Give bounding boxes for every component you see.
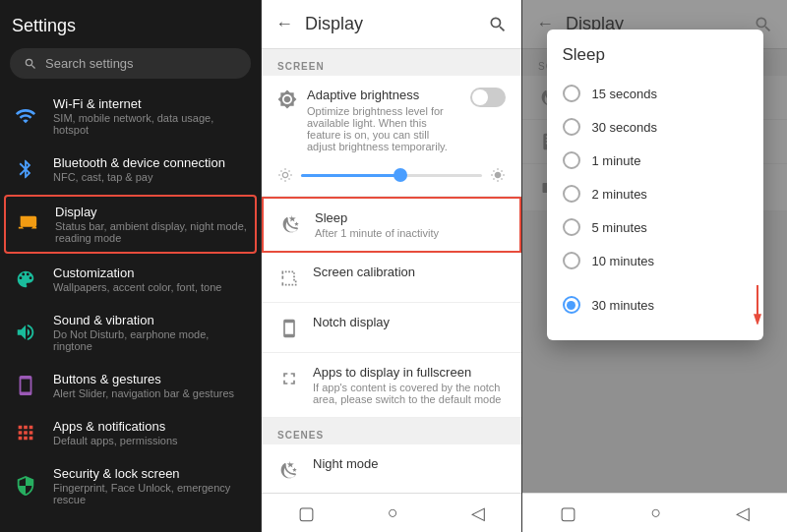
toggle-knob — [472, 89, 488, 105]
back-icon[interactable]: ← — [275, 14, 293, 34]
panel2-nav-bar: ▢ ○ ◁ — [262, 493, 521, 532]
wifi-icon — [12, 102, 39, 130]
security-icon — [12, 472, 39, 500]
brightness-slider-row — [277, 166, 506, 184]
sleep-option-30s[interactable]: 30 seconds — [547, 110, 763, 144]
apps-text: Apps & notifications Default apps, permi… — [53, 419, 249, 446]
sleep-label-15s: 15 seconds — [592, 87, 658, 101]
night-mode-text: Night mode — [313, 456, 506, 471]
customization-icon — [12, 266, 39, 293]
brightness-icon — [277, 89, 297, 109]
radio-30s — [563, 118, 580, 136]
sleep-item[interactable]: Sleep After 1 minute of inactivity — [262, 197, 521, 253]
nav-square-icon[interactable]: ▢ — [298, 502, 315, 524]
search-placeholder: Search settings — [45, 56, 134, 71]
sleep-dialog: Sleep 15 seconds 30 seconds 1 minute 2 m… — [547, 30, 763, 340]
fullscreen-icon — [277, 367, 301, 390]
radio-30m — [563, 296, 580, 314]
settings-list: Wi-Fi & internet SIM, mobile network, da… — [0, 87, 261, 532]
brightness-slider[interactable] — [301, 166, 482, 184]
security-text: Security & lock screen Fingerprint, Face… — [53, 466, 249, 505]
apps-fullscreen-item[interactable]: Apps to display in fullscreen If app's c… — [262, 353, 521, 418]
fullscreen-text: Apps to display in fullscreen If app's c… — [313, 365, 506, 405]
screen-calibration-item[interactable]: Screen calibration — [262, 253, 521, 303]
display-content: SCREEN Adaptive brightness Optimize brig… — [262, 49, 521, 493]
display-panel: ← Display SCREEN Adaptive brightness Opt… — [261, 0, 521, 532]
sleep-dialog-title: Sleep — [547, 45, 763, 77]
sidebar-item-buttons[interactable]: Buttons & gestures Alert Slider, navigat… — [0, 362, 261, 409]
brightness-low-icon — [277, 167, 293, 183]
radio-inner-30m — [567, 301, 575, 310]
display-text: Display Status bar, ambient display, nig… — [55, 205, 247, 244]
sleep-option-2m[interactable]: 2 minutes — [547, 177, 763, 210]
night-mode-item[interactable]: Night mode — [262, 444, 521, 493]
settings-title: Settings — [0, 0, 261, 44]
sleep-label-2m: 2 minutes — [592, 187, 647, 202]
panel3-nav-square[interactable]: ▢ — [560, 502, 576, 524]
sleep-option-1m[interactable]: 1 minute — [547, 144, 763, 177]
calibration-icon — [277, 266, 301, 290]
search-header-icon[interactable] — [488, 15, 508, 34]
sidebar-item-security[interactable]: Security & lock screen Fingerprint, Face… — [0, 456, 261, 515]
notch-display-item[interactable]: Notch display — [262, 303, 521, 353]
sleep-option-15s[interactable]: 15 seconds — [547, 77, 763, 110]
sleep-label-30m: 30 minutes — [592, 298, 655, 313]
settings-panel: Settings Search settings Wi-Fi & interne… — [0, 0, 261, 532]
display-panel-title: Display — [305, 14, 476, 34]
brightness-toggle[interactable] — [470, 88, 506, 107]
nav-circle-icon[interactable]: ○ — [388, 502, 398, 523]
sleep-label-30s: 30 seconds — [592, 120, 658, 135]
search-bar[interactable]: Search settings — [10, 48, 251, 79]
sleep-dialog-overlay: Sleep 15 seconds 30 seconds 1 minute 2 m… — [522, 0, 787, 493]
panel3-nav-bar: ▢ ○ ◁ — [522, 493, 787, 532]
sound-icon — [12, 319, 39, 346]
slider-fill — [301, 174, 400, 177]
radio-1m — [563, 151, 580, 169]
sleep-text: Sleep After 1 minute of inactivity — [315, 210, 504, 239]
apps-icon — [12, 419, 39, 446]
sidebar-item-wifi[interactable]: Wi-Fi & internet SIM, mobile network, da… — [0, 87, 261, 146]
sleep-option-10m[interactable]: 10 minutes — [547, 244, 763, 277]
notch-icon — [277, 317, 301, 340]
sleep-dialog-panel: ← Display SCENES Night mode Reading Mode… — [521, 0, 787, 532]
night-mode-icon — [277, 458, 301, 482]
panel3-nav-triangle[interactable]: ◁ — [736, 502, 750, 524]
sleep-option-5m[interactable]: 5 minutes — [547, 210, 763, 244]
radio-15s — [563, 85, 580, 102]
brightness-high-icon — [490, 167, 506, 183]
notch-text: Notch display — [313, 315, 506, 329]
scenes-section-label: SCENES — [262, 418, 521, 444]
selection-arrow-icon — [744, 285, 771, 325]
display-icon — [14, 210, 41, 238]
sidebar-item-display[interactable]: Display Status bar, ambient display, nig… — [4, 195, 257, 254]
slider-thumb — [394, 168, 407, 182]
customization-text: Customization Wallpapers, accent color, … — [53, 266, 249, 293]
wifi-text: Wi-Fi & internet SIM, mobile network, da… — [53, 96, 249, 136]
radio-5m — [563, 218, 580, 236]
radio-10m — [563, 252, 580, 269]
adaptive-brightness-desc: Optimize brightness level for available … — [307, 105, 460, 152]
sleep-label-10m: 10 minutes — [592, 254, 655, 268]
sleep-option-30m[interactable]: 30 minutes — [547, 277, 763, 332]
bluetooth-icon — [12, 155, 39, 183]
sleep-label-5m: 5 minutes — [592, 220, 647, 235]
radio-2m — [563, 185, 580, 203]
bluetooth-text: Bluetooth & device connection NFC, cast,… — [53, 155, 249, 183]
screen-section-label: SCREEN — [262, 49, 521, 76]
sidebar-item-customization[interactable]: Customization Wallpapers, accent color, … — [0, 256, 261, 303]
display-header: ← Display — [262, 0, 521, 49]
slider-track — [301, 174, 482, 177]
buttons-text: Buttons & gestures Alert Slider, navigat… — [53, 372, 249, 399]
adaptive-brightness-item[interactable]: Adaptive brightness Optimize brightness … — [262, 76, 521, 197]
sidebar-item-sound[interactable]: Sound & vibration Do Not Disturb, earpho… — [0, 303, 261, 362]
search-icon — [24, 57, 37, 71]
sleep-icon — [279, 212, 303, 236]
sidebar-item-bluetooth[interactable]: Bluetooth & device connection NFC, cast,… — [0, 146, 261, 193]
calibration-text: Screen calibration — [313, 265, 506, 279]
nav-triangle-icon[interactable]: ◁ — [471, 502, 485, 524]
buttons-icon — [12, 372, 39, 399]
sleep-label-1m: 1 minute — [592, 153, 641, 168]
sidebar-item-apps[interactable]: Apps & notifications Default apps, permi… — [0, 409, 261, 456]
sound-text: Sound & vibration Do Not Disturb, earpho… — [53, 313, 249, 352]
panel3-nav-circle[interactable]: ○ — [651, 502, 662, 523]
